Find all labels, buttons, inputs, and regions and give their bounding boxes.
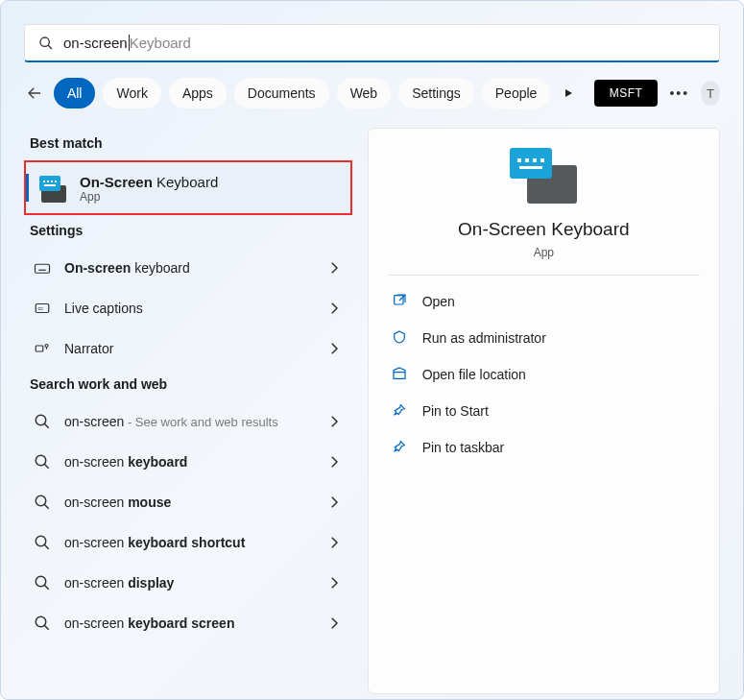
web-result-1[interactable]: on-screen keyboard — [24, 442, 352, 482]
search-web-heading: Search work and web — [24, 369, 352, 401]
svg-line-22 — [44, 585, 49, 590]
captions-icon: cc — [34, 300, 51, 317]
svg-point-15 — [36, 455, 46, 466]
tab-apps[interactable]: Apps — [169, 78, 227, 109]
search-icon — [38, 36, 54, 51]
svg-point-19 — [36, 536, 46, 546]
search-icon — [34, 534, 51, 551]
chevron-right-icon — [325, 534, 343, 551]
svg-line-24 — [44, 625, 49, 630]
svg-point-23 — [36, 616, 46, 627]
content-area: Best match On-Screen Keyboard App Settin… — [24, 128, 720, 694]
search-input[interactable]: on-screenKeyboard — [24, 24, 720, 62]
keyboard-icon — [34, 259, 51, 277]
search-icon — [34, 453, 51, 471]
action-pin-to-taskbar[interactable]: Pin to taskbar — [388, 429, 700, 466]
preview-subtitle: App — [388, 246, 700, 259]
svg-line-16 — [44, 464, 49, 469]
action-label: Pin to Start — [422, 403, 489, 419]
filter-row: All Work Apps Documents Web Settings Peo… — [24, 74, 720, 112]
action-label: Open — [422, 294, 455, 309]
more-tabs-button[interactable] — [558, 87, 578, 99]
filter-tabs: All Work Apps Documents Web Settings Peo… — [54, 78, 550, 109]
action-open-file-location[interactable]: Open file location — [388, 356, 700, 393]
settings-item-live-captions[interactable]: cc Live captions — [24, 288, 352, 328]
tab-work[interactable]: Work — [103, 78, 160, 109]
web-results-list: on-screen - See work and web resultson-s… — [24, 401, 352, 643]
action-label: Run as administrator — [422, 330, 546, 346]
search-text: on-screenKeyboard — [63, 35, 191, 51]
chevron-right-icon — [325, 340, 343, 357]
settings-item-onscreen-keyboard[interactable]: On-screen keyboard — [24, 248, 352, 288]
chevron-right-icon — [325, 300, 343, 317]
settings-item-narrator[interactable]: Narrator — [24, 328, 352, 369]
more-options-button[interactable]: ••• — [665, 85, 693, 101]
triangle-right-icon — [563, 87, 574, 99]
action-icon — [392, 329, 407, 348]
tab-people[interactable]: People — [482, 78, 551, 109]
chevron-right-icon — [325, 574, 343, 591]
svg-rect-3 — [36, 264, 50, 273]
svg-line-1 — [48, 45, 52, 49]
tab-web[interactable]: Web — [337, 78, 392, 109]
svg-point-13 — [36, 415, 46, 425]
svg-line-18 — [44, 504, 49, 509]
arrow-left-icon — [26, 84, 43, 102]
action-icon — [392, 439, 407, 457]
user-avatar[interactable]: T — [701, 81, 720, 106]
action-run-as-administrator[interactable]: Run as administrator — [388, 320, 700, 356]
svg-rect-11 — [36, 346, 43, 351]
back-button[interactable] — [24, 79, 46, 108]
best-match-text: On-Screen Keyboard App — [80, 174, 218, 204]
action-icon — [392, 402, 407, 421]
tab-documents[interactable]: Documents — [234, 78, 329, 109]
search-icon — [34, 413, 51, 430]
settings-heading: Settings — [24, 215, 352, 248]
preview-title: On-Screen Keyboard — [388, 219, 700, 240]
chevron-right-icon — [325, 494, 343, 511]
tab-all[interactable]: All — [54, 78, 96, 109]
action-label: Pin to taskbar — [422, 440, 505, 455]
action-pin-to-start[interactable]: Pin to Start — [388, 393, 700, 429]
preview-app-icon — [510, 148, 577, 204]
search-icon — [34, 615, 51, 632]
search-icon — [34, 494, 51, 511]
web-result-4[interactable]: on-screen display — [24, 563, 352, 603]
best-match-item[interactable]: On-Screen Keyboard App — [24, 160, 352, 215]
best-match-heading: Best match — [24, 128, 352, 160]
svg-line-14 — [44, 423, 49, 428]
start-search-window: on-screenKeyboard All Work Apps Document… — [0, 0, 744, 700]
preview-pane: On-Screen Keyboard App OpenRun as admini… — [368, 128, 720, 694]
tab-settings[interactable]: Settings — [398, 78, 474, 109]
svg-rect-25 — [394, 295, 402, 303]
chevron-right-icon — [325, 259, 343, 277]
web-result-2[interactable]: on-screen mouse — [24, 482, 352, 522]
action-open[interactable]: Open — [388, 283, 700, 320]
web-result-3[interactable]: on-screen keyboard shortcut — [24, 522, 352, 563]
svg-point-0 — [40, 37, 49, 46]
msft-button[interactable]: MSFT — [594, 80, 659, 107]
action-label: Open file location — [422, 367, 526, 382]
narrator-icon — [34, 340, 51, 357]
web-result-5[interactable]: on-screen keyboard screen — [24, 603, 352, 643]
action-icon — [392, 366, 407, 384]
svg-point-21 — [36, 576, 46, 587]
divider — [388, 275, 700, 276]
search-icon — [34, 574, 51, 591]
chevron-right-icon — [325, 615, 343, 632]
on-screen-keyboard-icon — [39, 176, 66, 203]
web-result-0[interactable]: on-screen - See work and web results — [24, 401, 352, 442]
preview-actions: OpenRun as administratorOpen file locati… — [388, 283, 700, 466]
svg-line-20 — [44, 544, 49, 549]
chevron-right-icon — [325, 413, 343, 430]
svg-point-17 — [36, 495, 46, 506]
svg-point-12 — [45, 345, 48, 348]
results-column: Best match On-Screen Keyboard App Settin… — [24, 128, 352, 694]
svg-text:cc: cc — [38, 305, 44, 311]
chevron-right-icon — [325, 453, 343, 471]
action-icon — [392, 293, 407, 311]
